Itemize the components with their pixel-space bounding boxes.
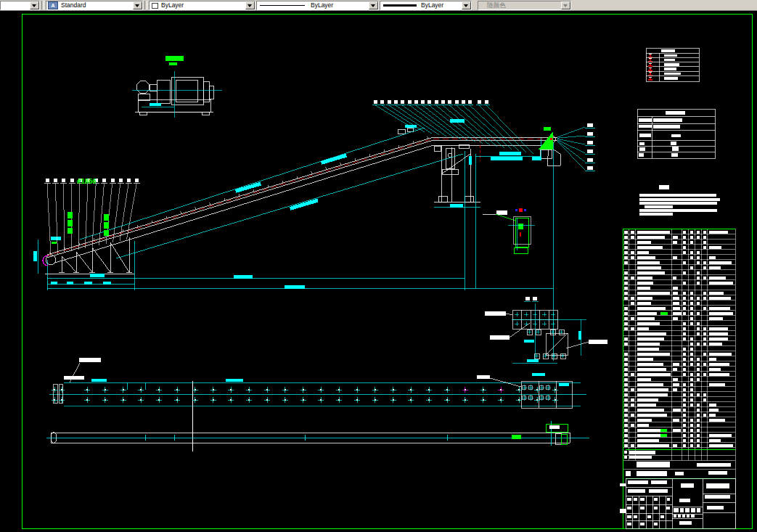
toolbar: A Standard ByLayer ByLayer ByLayer 随颜色 [0, 0, 757, 11]
grip[interactable] [524, 209, 526, 211]
selected-grip[interactable] [519, 208, 523, 212]
color-swatch-icon [152, 3, 158, 9]
chevron-down-icon[interactable] [133, 1, 142, 9]
linetype-preview-icon [260, 5, 305, 6]
toolbar-separator [144, 1, 147, 9]
toolbar-separator [41, 1, 44, 9]
lineweight-preview-icon [383, 4, 417, 7]
drive-unit-label-highlight [165, 56, 184, 61]
linetype-control-combo[interactable]: ByLayer [256, 1, 379, 10]
drawing-canvas[interactable]: #1866 [0, 0, 757, 532]
layer-combo-partial[interactable] [0, 1, 40, 10]
color-control-combo[interactable]: ByLayer [149, 1, 255, 10]
chevron-down-icon[interactable] [30, 1, 39, 9]
color-value: ByLayer [161, 1, 184, 9]
chevron-down-icon [561, 1, 570, 9]
text-style-value: Standard [61, 1, 86, 9]
chevron-down-icon[interactable] [462, 1, 471, 9]
grip[interactable] [515, 209, 517, 211]
linetype-value: ByLayer [311, 1, 333, 9]
chevron-down-icon[interactable] [369, 1, 378, 9]
station-annotation: #1866 [77, 177, 97, 185]
lineweight-value: ByLayer [421, 1, 443, 9]
text-style-icon: A [48, 1, 58, 9]
cad-viewport[interactable]: #1866 [0, 0, 757, 532]
lineweight-control-combo[interactable]: ByLayer [380, 1, 472, 10]
plotstyle-control-combo: 随颜色 [478, 1, 571, 10]
chevron-down-icon[interactable] [245, 1, 255, 9]
hover-grip [550, 138, 552, 140]
text-style-combo[interactable]: A Standard [46, 1, 143, 10]
plotstyle-value: 随颜色 [487, 1, 506, 9]
